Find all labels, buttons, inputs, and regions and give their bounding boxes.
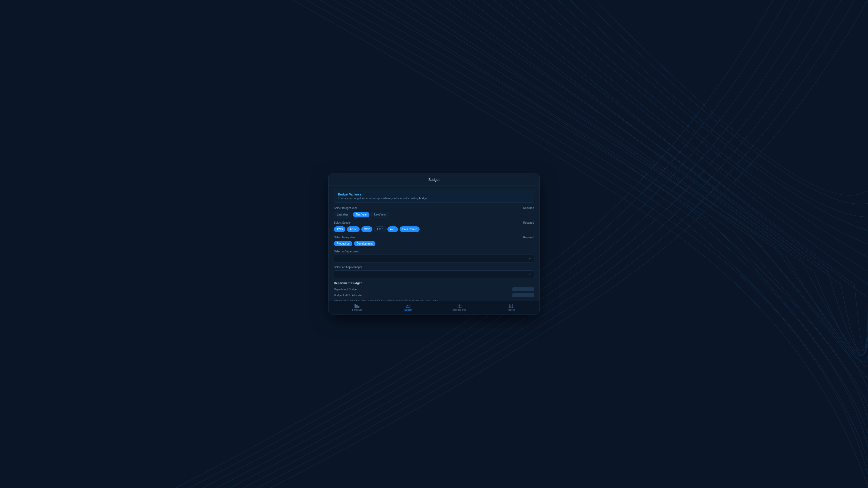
scope-tags: AWS Azure GCP ECP AVS Data Centre	[334, 226, 534, 232]
budget-year-required: Required	[523, 206, 534, 209]
nav-forecast-label: Forecast	[352, 308, 362, 311]
nav-item-dashboards[interactable]: Dashboards	[434, 302, 486, 313]
svg-rect-1	[356, 305, 358, 308]
ecosystem-section-header: Select Ecosystem Required	[334, 236, 534, 239]
svg-rect-7	[458, 304, 460, 306]
svg-line-3	[406, 305, 407, 306]
nav-budget-label: Budget	[404, 308, 412, 311]
chevron-down-icon: ▾	[529, 257, 531, 260]
scope-azure[interactable]: Azure	[347, 226, 360, 232]
svg-rect-8	[460, 304, 462, 306]
svg-rect-9	[458, 306, 460, 308]
app-container: Budget Budget Variance This is your budg…	[328, 173, 540, 315]
budget-left-row: Budget Left To Allocate	[334, 293, 534, 297]
department-label: Select a Department	[334, 250, 534, 253]
budget-icon	[406, 304, 411, 308]
svg-line-5	[408, 304, 410, 306]
app-manager-label: Select an App Manager	[334, 266, 534, 269]
budget-left-row-label: Budget Left To Allocate	[334, 294, 362, 297]
forecast-icon	[354, 304, 360, 308]
budget-left-row-value	[513, 293, 534, 297]
svg-rect-10	[460, 306, 462, 308]
title-bar: Budget	[329, 174, 539, 186]
chevron-down-icon-2: ▾	[529, 273, 531, 276]
ecosystem-tags: Production Development	[334, 241, 534, 246]
budget-year-next-year[interactable]: Next Year	[371, 212, 389, 218]
nav-item-budget[interactable]: Budget	[383, 302, 434, 313]
budget-year-label: Select Budget Year	[334, 206, 357, 209]
svg-line-4	[407, 305, 408, 306]
budget-variance-box: Budget Variance This is your budget vari…	[334, 190, 534, 203]
nav-item-reports[interactable]: Reports	[486, 302, 537, 313]
dept-budget-row-value	[513, 287, 534, 291]
ecosystem-production[interactable]: Production	[334, 241, 352, 246]
ecosystem-label: Select Ecosystem	[334, 236, 355, 239]
scope-gcp[interactable]: GCP	[361, 226, 373, 232]
nav-reports-label: Reports	[507, 308, 516, 311]
scope-required: Required	[523, 221, 534, 224]
dashboards-icon	[457, 304, 462, 308]
budget-variance-description: This is your budget variance for apps wh…	[338, 197, 530, 200]
scope-aws[interactable]: AWS	[334, 226, 345, 232]
scope-avs[interactable]: AVS	[388, 226, 398, 232]
nav-dashboards-label: Dashboards	[453, 308, 466, 311]
dept-budget-row: Department Budget	[334, 287, 534, 291]
dept-budget-row-label: Department Budget	[334, 288, 358, 291]
scope-label: Select Scope	[334, 221, 350, 224]
svg-rect-0	[354, 304, 356, 308]
dept-budget-section-title: Department Budget	[334, 282, 534, 285]
ecosystem-development[interactable]: Development	[354, 241, 375, 246]
budget-year-last-year[interactable]: Last Year	[334, 212, 351, 218]
main-content: Budget Variance This is your budget vari…	[329, 186, 539, 301]
budget-year-section-header: Select Budget Year Required	[334, 206, 534, 209]
scope-ecp[interactable]: ECP	[374, 226, 386, 232]
bottom-nav: Forecast Budget	[329, 301, 539, 314]
ecosystem-required: Required	[523, 236, 534, 239]
scope-section-header: Select Scope Required	[334, 221, 534, 224]
app-manager-dropdown[interactable]: ▾	[334, 270, 534, 278]
budget-variance-title: Budget Variance	[338, 193, 530, 196]
department-dropdown[interactable]: ▾	[334, 255, 534, 262]
page-title: Budget	[428, 177, 439, 182]
budget-year-tags: Last Year This Year Next Year	[334, 212, 534, 218]
reports-icon	[508, 304, 514, 308]
svg-rect-2	[358, 306, 360, 308]
scope-datacentre[interactable]: Data Centre	[400, 226, 420, 232]
nav-item-forecast[interactable]: Forecast	[331, 302, 383, 313]
budget-year-this-year[interactable]: This Year	[353, 212, 370, 218]
